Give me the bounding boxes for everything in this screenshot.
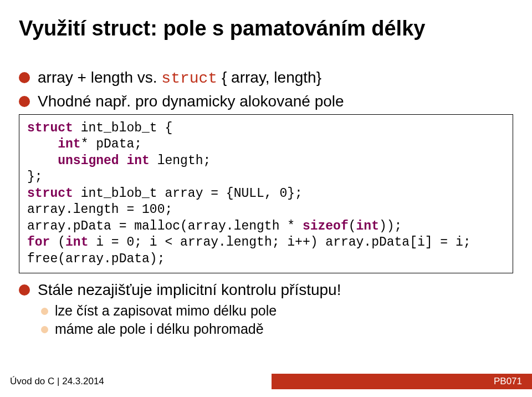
code-text [27,154,58,168]
code-type: int [126,154,149,168]
code-type: int [58,137,80,151]
footer-right: PB071 [494,376,522,387]
subbullet-dot-icon [41,326,48,333]
slide-title: Využití struct: pole s pamatováním délky [19,17,425,40]
footer-bar [272,374,532,389]
bullet-1-code: struct [161,70,217,87]
bullet-dot-icon [19,96,30,107]
code-text: int_blob_t { [73,121,172,135]
code-kw: struct [27,186,73,201]
code-type: int [356,219,379,233]
code-text: free(array.pData); [27,252,165,266]
code-kw: sizeof [303,219,349,233]
bullet-1-part-a: array + length vs. [38,69,161,86]
code-block: struct int_blob_t { int* pData; unsigned… [19,114,513,273]
subbullet-2: máme ale pole i délku pohromadě [41,321,513,337]
code-kw: for [27,235,50,250]
code-text: int_blob_t array = {NULL, 0}; [73,186,303,201]
footer-left: Úvod do C | 24.3.2014 [10,376,104,387]
code-text: i = 0; i < array.length; i++) array.pDat… [88,235,470,250]
subbullet-2-text: máme ale pole i délku pohromadě [55,321,264,337]
slide-content: array + length vs. struct { array, lengt… [19,68,513,337]
bullet-2: Vhodné např. pro dynamicky alokované pol… [19,91,513,111]
bullet-3: Stále nezajišťuje implicitní kontrolu př… [19,280,513,299]
subbullet-dot-icon [41,308,48,315]
subbullet-1-text: lze číst a zapisovat mimo délku pole [55,303,277,319]
bullet-dot-icon [19,72,30,83]
code-type: unsigned [58,154,119,168]
code-kw: struct [27,121,73,135]
bullet-3-text: Stále nezajišťuje implicitní kontrolu př… [38,280,341,299]
bullet-1-part-c: { array, length} [217,69,321,86]
bullet-2-text: Vhodné např. pro dynamicky alokované pol… [38,91,344,111]
bullet-1-text: array + length vs. struct { array, lengt… [38,68,321,88]
code-text: }; [27,170,43,184]
code-text: ( [349,219,356,233]
bullet-dot-icon [19,284,30,296]
code-text: )); [379,219,402,233]
bullet-1: array + length vs. struct { array, lengt… [19,68,513,88]
code-text: * pData; [81,137,142,151]
code-text: array.pData = malloc(array.length * [27,219,303,233]
code-text [119,154,127,168]
code-type: int [65,235,88,250]
code-text: ( [50,235,65,250]
code-text: array.length = 100; [27,202,172,217]
code-text: length; [150,154,211,168]
subbullet-1: lze číst a zapisovat mimo délku pole [41,303,513,319]
code-text [27,137,58,151]
